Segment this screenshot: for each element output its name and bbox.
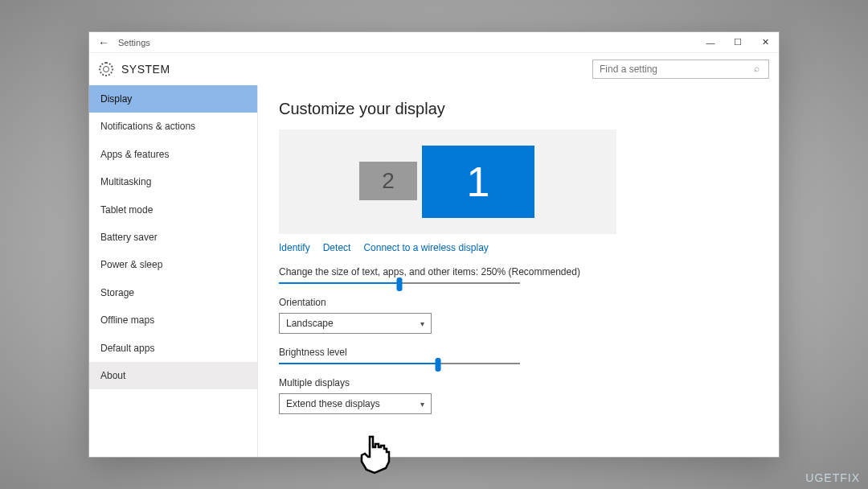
body: DisplayNotifications & actionsApps & fea… bbox=[89, 85, 779, 457]
sidebar-item-apps-features[interactable]: Apps & features bbox=[89, 141, 257, 168]
orientation-dropdown[interactable]: Landscape ▾ bbox=[279, 313, 432, 334]
sidebar-item-storage[interactable]: Storage bbox=[89, 279, 257, 306]
monitor-1[interactable]: 1 bbox=[422, 146, 534, 218]
display-action-links: Identify Detect Connect to a wireless di… bbox=[279, 242, 758, 253]
maximize-button[interactable]: ☐ bbox=[724, 32, 751, 53]
sidebar-item-about[interactable]: About bbox=[89, 362, 257, 389]
window-title: Settings bbox=[118, 38, 150, 47]
orientation-label: Orientation bbox=[279, 297, 758, 308]
multiple-displays-dropdown[interactable]: Extend these displays ▾ bbox=[279, 393, 432, 414]
monitor-2[interactable]: 2 bbox=[359, 162, 417, 200]
scale-slider[interactable] bbox=[279, 282, 520, 284]
brightness-slider[interactable] bbox=[279, 363, 520, 364]
content-area: Customize your display 2 1 Identify Dete… bbox=[258, 85, 779, 457]
sidebar-item-power-sleep[interactable]: Power & sleep bbox=[89, 251, 257, 278]
content-heading: Customize your display bbox=[279, 100, 758, 118]
window-controls: — ☐ ✕ bbox=[697, 32, 779, 53]
titlebar: ← Settings — ☐ ✕ bbox=[89, 32, 779, 53]
header: SYSTEM ⌕ bbox=[89, 53, 779, 85]
sidebar-item-tablet-mode[interactable]: Tablet mode bbox=[89, 196, 257, 224]
minimize-button[interactable]: — bbox=[697, 32, 724, 53]
sidebar-item-battery-saver[interactable]: Battery saver bbox=[89, 224, 257, 251]
sidebar-item-notifications-actions[interactable]: Notifications & actions bbox=[89, 113, 257, 140]
detect-link[interactable]: Detect bbox=[323, 242, 351, 253]
chevron-down-icon: ▾ bbox=[420, 319, 424, 328]
display-arrangement[interactable]: 2 1 bbox=[279, 129, 616, 234]
back-button[interactable]: ← bbox=[89, 36, 118, 49]
scale-label: Change the size of text, apps, and other… bbox=[279, 266, 758, 277]
connect-wireless-link[interactable]: Connect to a wireless display bbox=[363, 242, 488, 253]
sidebar-item-offline-maps[interactable]: Offline maps bbox=[89, 306, 257, 334]
slider-thumb-icon[interactable] bbox=[436, 358, 441, 372]
multiple-displays-value: Extend these displays bbox=[286, 398, 380, 409]
search-input[interactable] bbox=[592, 60, 769, 79]
sidebar-item-display[interactable]: Display bbox=[89, 85, 257, 113]
chevron-down-icon: ▾ bbox=[420, 400, 424, 409]
sidebar-item-default-apps[interactable]: Default apps bbox=[89, 335, 257, 362]
orientation-value: Landscape bbox=[286, 318, 334, 329]
sidebar: DisplayNotifications & actionsApps & fea… bbox=[89, 85, 258, 457]
close-button[interactable]: ✕ bbox=[751, 32, 779, 53]
brightness-label: Brightness level bbox=[279, 347, 758, 358]
sidebar-item-multitasking[interactable]: Multitasking bbox=[89, 168, 257, 195]
page-title: SYSTEM bbox=[121, 63, 170, 76]
settings-window: ← Settings — ☐ ✕ SYSTEM ⌕ DisplayNotific… bbox=[88, 31, 780, 458]
gear-icon bbox=[99, 62, 113, 76]
slider-thumb-icon[interactable] bbox=[397, 277, 403, 291]
watermark: UGETFIX bbox=[805, 471, 860, 484]
search-icon: ⌕ bbox=[754, 63, 764, 73]
search-container: ⌕ bbox=[592, 60, 769, 79]
multiple-displays-label: Multiple displays bbox=[279, 377, 758, 388]
identify-link[interactable]: Identify bbox=[279, 242, 310, 253]
